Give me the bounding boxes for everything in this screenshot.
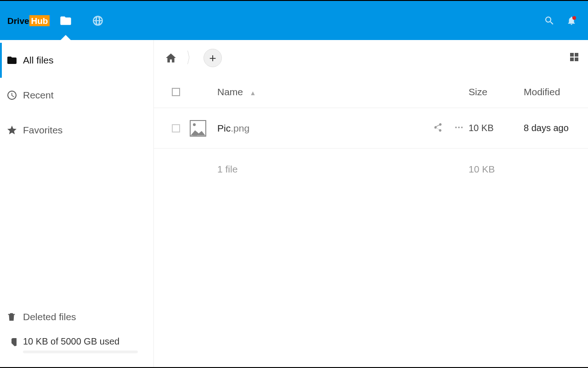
sidebar-item-recent[interactable]: Recent (0, 78, 153, 113)
logo-text-right: Hub (29, 15, 50, 26)
plus-icon: + (209, 51, 216, 65)
file-name: Pic.png (217, 123, 249, 133)
breadcrumb-separator: 〉 (187, 47, 194, 69)
column-label: Name (217, 86, 243, 97)
sidebar-label: Recent (23, 90, 54, 101)
sidebar: All files Recent Favorites Deleted files (0, 40, 154, 367)
grid-icon (569, 52, 580, 63)
svg-point-0 (455, 126, 457, 128)
globe-icon (92, 15, 104, 27)
table-header: Name ▲ Size Modified (154, 76, 588, 108)
svg-point-2 (461, 126, 463, 128)
star-icon (6, 125, 17, 136)
pie-icon (6, 338, 17, 348)
file-modified: 8 days ago (524, 123, 588, 133)
quota-text: 10 KB of 5000 GB used (23, 336, 138, 347)
file-row[interactable]: Pic.png 10 KB 8 days ago (154, 108, 588, 149)
folder-icon (59, 14, 72, 27)
breadcrumb-bar: 〉 + (154, 40, 588, 76)
file-ext: .png (231, 123, 249, 133)
column-name[interactable]: Name ▲ (217, 86, 404, 98)
notifications-button[interactable] (560, 10, 582, 32)
summary-count: 1 file (217, 164, 404, 175)
more-icon (454, 122, 464, 132)
summary-row: 1 file 10 KB (154, 149, 588, 190)
select-all-checkbox[interactable] (172, 88, 180, 96)
column-size[interactable]: Size (469, 86, 524, 98)
add-button[interactable]: + (204, 49, 222, 67)
main-content: 〉 + Name ▲ Size Modified (154, 40, 588, 367)
folder-icon (6, 55, 17, 66)
file-size: 10 KB (469, 123, 524, 133)
search-icon (544, 15, 555, 26)
sidebar-label: Deleted files (23, 311, 76, 322)
sidebar-item-favorites[interactable]: Favorites (0, 113, 153, 148)
home-icon (165, 52, 177, 64)
logo[interactable]: Drive Hub (6, 15, 50, 26)
sidebar-item-all-files[interactable]: All files (0, 43, 153, 78)
column-label: Modified (524, 86, 560, 97)
sort-asc-icon: ▲ (249, 89, 256, 97)
quota-bar (23, 351, 138, 353)
sidebar-label: All files (23, 55, 54, 66)
sidebar-item-deleted[interactable]: Deleted files (0, 303, 153, 331)
trash-icon (6, 312, 17, 322)
column-label: Size (469, 86, 487, 97)
sidebar-label: Favorites (23, 125, 62, 136)
share-icon (433, 122, 443, 132)
file-basename: Pic (217, 123, 231, 133)
image-thumb-icon (190, 120, 206, 137)
row-checkbox[interactable] (172, 124, 180, 132)
column-modified[interactable]: Modified (524, 86, 588, 98)
nav-files[interactable] (50, 1, 82, 40)
logo-text-left: Drive (6, 15, 29, 26)
view-toggle-grid[interactable] (569, 52, 580, 64)
share-button[interactable] (433, 122, 443, 134)
notification-dot (572, 16, 576, 20)
header-nav (50, 1, 114, 40)
app-header: Drive Hub (0, 1, 588, 40)
search-button[interactable] (538, 10, 560, 32)
clock-icon (6, 90, 17, 101)
breadcrumb-home[interactable] (162, 52, 180, 64)
nav-activity[interactable] (82, 1, 114, 40)
svg-point-1 (458, 126, 460, 128)
header-right (538, 10, 588, 32)
more-button[interactable] (454, 122, 464, 134)
storage-quota: 10 KB of 5000 GB used (0, 331, 153, 359)
summary-size: 10 KB (469, 164, 524, 175)
